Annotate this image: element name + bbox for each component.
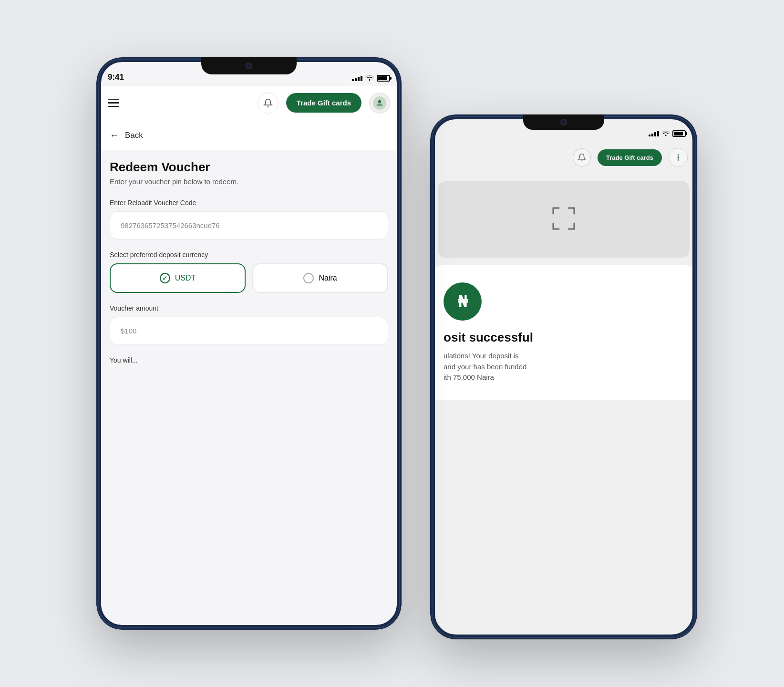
phone2-status-icons bbox=[649, 130, 686, 137]
success-title: osit successful bbox=[444, 330, 684, 345]
voucher-amount-input[interactable]: $100 bbox=[110, 317, 388, 345]
signal-bar-2 bbox=[651, 134, 653, 136]
phone2-content: Trade Gift cards bbox=[430, 114, 697, 639]
avatar-button[interactable] bbox=[369, 93, 390, 114]
phone2-filter-button[interactable] bbox=[669, 148, 688, 167]
phone2-notch bbox=[523, 114, 604, 130]
back-arrow-icon: ← bbox=[110, 130, 119, 141]
avatar-inner bbox=[373, 96, 386, 110]
signal-bar-4 bbox=[657, 131, 659, 136]
phone-1: 9:41 bbox=[96, 57, 402, 630]
usdt-check-circle: ✓ bbox=[160, 273, 170, 283]
back-row: ← Back bbox=[96, 120, 402, 150]
you-will-label: You will... bbox=[110, 356, 388, 364]
success-icon-circle: ₦ bbox=[444, 282, 482, 321]
voucher-code-label: Enter Reloadit Voucher Code bbox=[110, 199, 388, 207]
page-title: Redeem Voucher bbox=[110, 160, 388, 175]
usdt-label: USDT bbox=[175, 274, 196, 282]
hamburger-menu-button[interactable] bbox=[108, 99, 119, 107]
svg-point-3 bbox=[378, 100, 381, 103]
success-text: ulations! Your deposit is and your has b… bbox=[444, 351, 684, 383]
hamburger-line-1 bbox=[108, 99, 119, 100]
signal-bar-4 bbox=[361, 76, 362, 81]
currency-label: Select preferred deposit currency bbox=[110, 251, 388, 259]
scene: Trade Gift cards bbox=[58, 38, 726, 649]
hamburger-line-2 bbox=[108, 102, 119, 104]
main-form-content: Redeem Voucher Enter your voucher pin be… bbox=[96, 160, 402, 364]
phone1-scroll-area: ← Back Redeem Voucher Enter your voucher… bbox=[96, 120, 402, 630]
naira-currency-button[interactable]: Naira bbox=[252, 263, 388, 293]
naira-label: Naira bbox=[319, 274, 337, 282]
phone1-content: 9:41 bbox=[96, 57, 402, 630]
phone1-camera bbox=[246, 62, 252, 69]
phone2-bell-button[interactable] bbox=[573, 148, 591, 167]
bell-button[interactable] bbox=[258, 93, 279, 114]
phone2-camera bbox=[560, 119, 567, 125]
phone1-header: Trade Gift cards bbox=[96, 86, 402, 120]
naira-symbol: ₦ bbox=[458, 292, 467, 311]
back-label[interactable]: Back bbox=[125, 131, 143, 140]
voucher-code-input[interactable]: 9827636572537542663ncud76 bbox=[110, 211, 388, 239]
phone2-signal bbox=[649, 131, 659, 136]
phone2-scroll-area: ₦ osit successful ulations! Your deposit… bbox=[430, 174, 697, 639]
naira-radio-circle bbox=[303, 273, 314, 283]
svg-point-0 bbox=[678, 157, 679, 158]
phone1-wifi-icon bbox=[365, 74, 374, 82]
phone2-header: Trade Gift cards bbox=[430, 141, 697, 174]
page-subtitle: Enter your voucher pin below to redeem. bbox=[110, 177, 388, 186]
signal-bar-1 bbox=[352, 79, 354, 81]
phone1-signal bbox=[352, 76, 362, 81]
phone1-status-icons bbox=[352, 74, 390, 82]
phone2-battery-icon bbox=[672, 130, 686, 137]
phone2-battery-fill bbox=[674, 132, 683, 135]
phone2-wifi-icon bbox=[662, 130, 670, 137]
phone2-trade-button[interactable]: Trade Gift cards bbox=[598, 149, 662, 166]
phone-2: Trade Gift cards bbox=[430, 114, 697, 639]
usdt-check-mark: ✓ bbox=[162, 275, 167, 282]
phone1-battery-fill bbox=[378, 76, 387, 80]
signal-bar-2 bbox=[355, 78, 357, 81]
usdt-currency-button[interactable]: ✓ USDT bbox=[110, 263, 246, 293]
success-card: ₦ osit successful ulations! Your deposit… bbox=[430, 265, 697, 400]
signal-bar-3 bbox=[358, 77, 360, 81]
scan-frame-icon bbox=[549, 204, 578, 235]
hamburger-line-3 bbox=[108, 106, 119, 107]
phone1-notch bbox=[201, 57, 297, 74]
signal-bar-3 bbox=[654, 132, 656, 136]
phone1-battery-icon bbox=[377, 75, 390, 82]
voucher-amount-label: Voucher amount bbox=[110, 304, 388, 312]
signal-bar-1 bbox=[649, 135, 650, 136]
trade-gift-cards-button[interactable]: Trade Gift cards bbox=[286, 93, 361, 113]
currency-selector: ✓ USDT Naira bbox=[110, 263, 388, 293]
scan-qr-area[interactable] bbox=[438, 181, 690, 258]
